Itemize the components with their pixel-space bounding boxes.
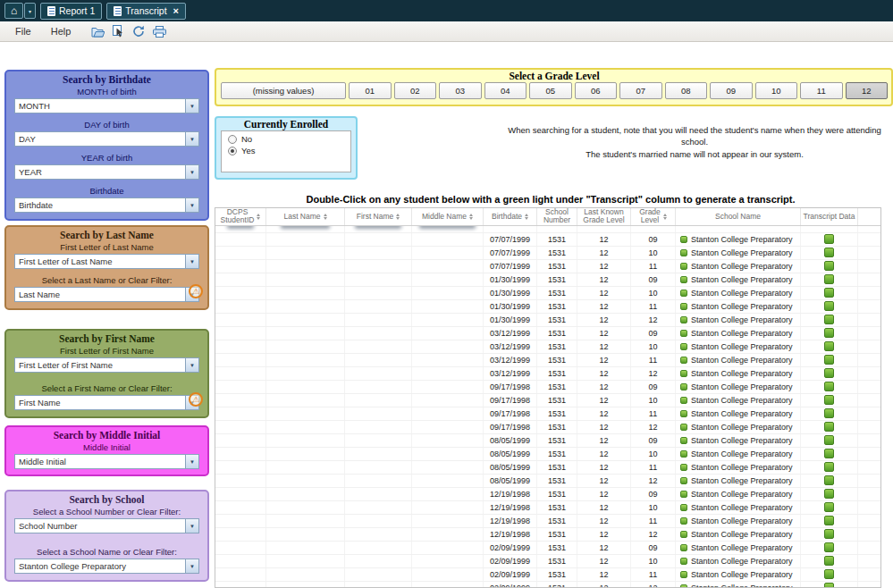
table-row[interactable]: 09/17/199815311209Stanton College Prepar… <box>215 381 880 394</box>
transcript-green-light[interactable] <box>824 435 834 445</box>
tab-report-1[interactable]: Report 1 <box>40 3 102 20</box>
dropdown[interactable]: YEAR ▼ <box>14 164 199 180</box>
sort-arrows-icon[interactable] <box>525 214 528 220</box>
table-row[interactable]: 01/30/199915311212Stanton College Prepar… <box>215 314 880 327</box>
column-header[interactable] <box>858 208 880 225</box>
table-row[interactable]: 08/05/199915311211Stanton College Prepar… <box>215 461 880 475</box>
table-row[interactable]: 02/09/199915311209Stanton College Prepar… <box>215 542 880 555</box>
menu-file[interactable]: File <box>5 26 41 37</box>
table-row[interactable]: 03/12/199915311209Stanton College Prepar… <box>215 327 880 340</box>
table-row[interactable]: 03/12/199915311212Stanton College Prepar… <box>215 367 880 381</box>
table-row[interactable]: 08/05/199915311212Stanton College Prepar… <box>215 475 880 488</box>
transcript-green-light[interactable] <box>824 341 834 351</box>
table-row[interactable]: 07/07/199915311209Stanton College Prepar… <box>215 233 880 247</box>
table-row[interactable]: 08/05/199915311210Stanton College Prepar… <box>215 448 880 461</box>
table-row[interactable]: 02/09/199915311211Stanton College Prepar… <box>215 568 880 582</box>
grade-level-button[interactable]: 08 <box>665 82 708 99</box>
sort-arrows-icon[interactable] <box>257 214 260 220</box>
table-row-redacted[interactable] <box>215 226 880 233</box>
column-header[interactable]: First Name <box>345 208 412 225</box>
table-row[interactable]: 03/12/199915311210Stanton College Prepar… <box>215 340 880 354</box>
dropdown[interactable]: First Letter of Last Name ▼ <box>14 254 199 269</box>
transcript-green-light[interactable] <box>824 382 834 391</box>
table-row[interactable]: 03/12/199915311211Stanton College Prepar… <box>215 354 880 367</box>
grade-level-button[interactable]: 01 <box>349 82 392 99</box>
table-row[interactable]: 09/17/199815311212Stanton College Prepar… <box>215 421 880 434</box>
transcript-green-light[interactable] <box>824 274 834 284</box>
transcript-green-light[interactable] <box>824 475 834 485</box>
table-row[interactable]: 01/30/199915311211Stanton College Prepar… <box>215 300 880 314</box>
transcript-green-light[interactable] <box>824 248 834 257</box>
dropdown-arrow-icon[interactable]: ▼ <box>185 255 198 268</box>
column-header[interactable]: School Name <box>676 208 801 225</box>
dropdown-arrow-icon[interactable]: ▼ <box>185 99 198 113</box>
transcript-green-light[interactable] <box>824 569 834 579</box>
dropdown[interactable]: Middle Initial ▼ <box>14 454 199 469</box>
transcript-green-light[interactable] <box>824 529 834 539</box>
grade-level-button[interactable]: 05 <box>529 82 572 99</box>
column-header[interactable]: Birthdate <box>484 208 537 225</box>
column-header[interactable]: SchoolNumber <box>537 208 577 225</box>
table-row[interactable]: 12/19/199815311212Stanton College Prepar… <box>215 528 880 542</box>
table-row[interactable]: 12/19/199815311210Stanton College Prepar… <box>215 501 880 515</box>
table-row[interactable]: 01/30/199915311210Stanton College Prepar… <box>215 287 880 300</box>
dropdown[interactable]: First Name ▼ <box>14 395 199 410</box>
home-button[interactable]: ⌂ <box>4 3 23 19</box>
transcript-green-light[interactable] <box>824 462 834 472</box>
grade-level-button[interactable]: 12 <box>846 82 889 99</box>
grade-level-button[interactable]: 04 <box>484 82 527 99</box>
print-icon[interactable] <box>153 26 166 38</box>
tab-transcript[interactable]: Transcript × <box>106 3 186 20</box>
refresh-icon[interactable] <box>132 25 145 38</box>
open-folder-icon[interactable] <box>91 26 105 38</box>
radio-icon[interactable] <box>228 135 237 144</box>
close-tab-icon[interactable]: × <box>173 6 179 16</box>
table-row[interactable]: 12/19/199815311211Stanton College Prepar… <box>215 515 880 528</box>
table-row[interactable]: 02/09/199915311212Stanton College Prepar… <box>215 582 880 587</box>
transcript-green-light[interactable] <box>824 261 834 271</box>
column-header[interactable]: Last KnownGrade Level <box>577 208 631 225</box>
grade-level-button[interactable]: 11 <box>800 82 843 99</box>
column-header[interactable]: Middle Name <box>412 208 484 225</box>
transcript-green-light[interactable] <box>824 234 834 244</box>
transcript-green-light[interactable] <box>824 408 834 418</box>
dropdown-arrow-icon[interactable]: ▼ <box>185 455 198 468</box>
column-header[interactable]: Last Name <box>266 208 345 225</box>
sort-arrows-icon[interactable] <box>396 214 400 220</box>
grade-level-button[interactable]: 03 <box>439 82 482 99</box>
table-row[interactable]: 08/05/199915311209Stanton College Prepar… <box>215 434 880 448</box>
dropdown[interactable]: Last Name ▼ <box>14 287 199 302</box>
column-header[interactable]: Transcript Data <box>801 208 858 225</box>
transcript-green-light[interactable] <box>824 449 834 458</box>
transcript-green-light[interactable] <box>824 556 834 566</box>
radio-icon[interactable] <box>228 147 237 155</box>
dropdown[interactable]: First Letter of First Name ▼ <box>14 357 199 373</box>
enrolled-option[interactable]: No <box>228 134 252 144</box>
enrolled-option[interactable]: Yes <box>228 146 256 155</box>
transcript-green-light[interactable] <box>824 583 834 587</box>
dropdown[interactable]: DAY ▼ <box>14 131 199 147</box>
table-row[interactable]: 12/19/199815311209Stanton College Prepar… <box>215 488 880 501</box>
sort-arrows-icon[interactable] <box>469 214 473 220</box>
transcript-green-light[interactable] <box>824 368 834 378</box>
transcript-green-light[interactable] <box>824 502 834 512</box>
table-row[interactable]: 07/07/199915311210Stanton College Prepar… <box>215 247 880 260</box>
transcript-green-light[interactable] <box>824 489 834 499</box>
transcript-green-light[interactable] <box>824 315 834 324</box>
column-header[interactable]: DCPSStudentID <box>215 208 266 225</box>
select-icon[interactable] <box>113 25 124 38</box>
grade-level-button[interactable]: 02 <box>394 82 437 99</box>
sort-arrows-icon[interactable] <box>324 214 327 220</box>
table-row[interactable]: 02/09/199915311210Stanton College Prepar… <box>215 555 880 568</box>
transcript-green-light[interactable] <box>824 301 834 311</box>
table-row[interactable]: 09/17/199815311211Stanton College Prepar… <box>215 407 880 421</box>
dropdown-arrow-icon[interactable]: ▼ <box>185 519 198 533</box>
menu-help[interactable]: Help <box>41 26 81 37</box>
dropdown-arrow-icon[interactable]: ▼ <box>185 198 198 212</box>
dropdown[interactable]: Stanton College Preparatory ▼ <box>14 559 199 574</box>
sort-arrows-icon[interactable] <box>663 214 667 220</box>
transcript-green-light[interactable] <box>824 355 834 365</box>
dropdown-arrow-icon[interactable]: ▼ <box>185 132 198 146</box>
grade-level-button[interactable]: 09 <box>710 82 753 99</box>
dropdown-arrow-icon[interactable]: ▼ <box>185 165 198 179</box>
